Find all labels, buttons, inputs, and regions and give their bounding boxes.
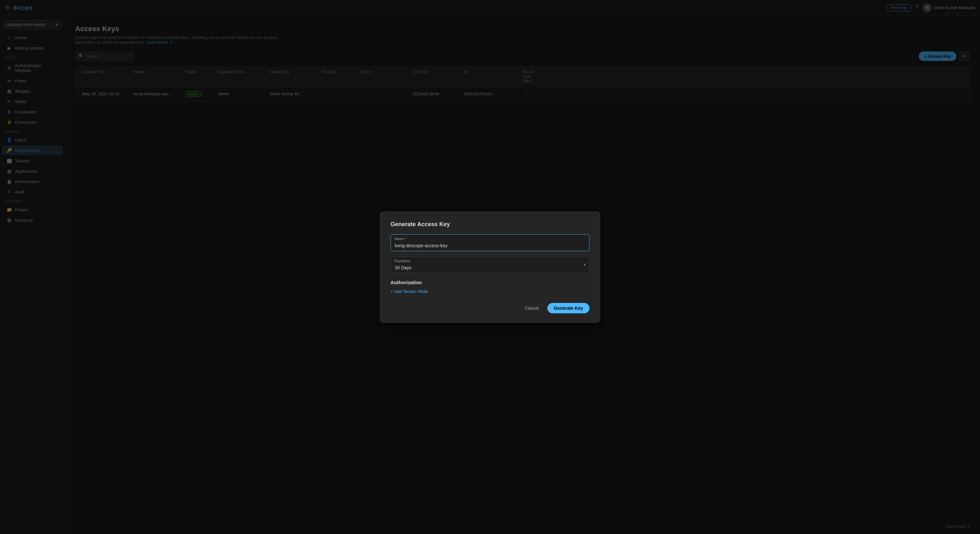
cancel-button[interactable]: Cancel — [520, 303, 544, 313]
plus-icon: + — [390, 289, 393, 294]
expiration-select[interactable]: No Expiration 7 Days 30 Days 60 Days 90 … — [390, 256, 590, 273]
modal-overlay: Generate Access Key Name * Expiration No… — [0, 0, 980, 534]
add-tenant-label: Add Tenant / Role — [395, 289, 428, 294]
name-form-group: Name * — [390, 234, 590, 251]
authorization-title: Authorization — [390, 280, 590, 285]
expiration-form-group: Expiration No Expiration 7 Days 30 Days … — [390, 256, 590, 273]
modal-footer: Cancel Generate Key — [390, 303, 590, 313]
generate-access-key-modal: Generate Access Key Name * Expiration No… — [380, 211, 600, 323]
modal-title: Generate Access Key — [390, 221, 590, 228]
generate-key-button[interactable]: Generate Key — [547, 303, 590, 313]
add-tenant-button[interactable]: + Add Tenant / Role — [390, 289, 428, 294]
authorization-section: Authorization + Add Tenant / Role — [390, 280, 590, 294]
name-input[interactable] — [390, 234, 590, 251]
